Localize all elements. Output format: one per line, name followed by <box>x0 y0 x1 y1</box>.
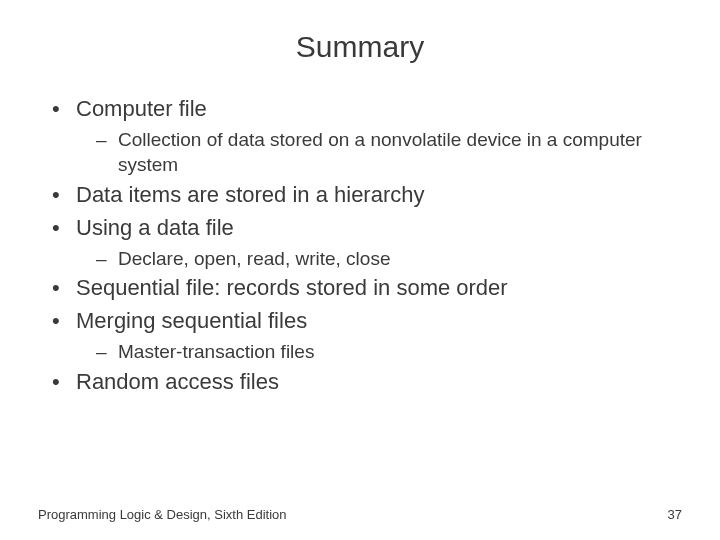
bullet-text: Sequential file: records stored in some … <box>76 275 508 300</box>
sub-list: Collection of data stored on a nonvolati… <box>76 127 682 178</box>
list-item: Data items are stored in a hierarchy <box>52 180 682 211</box>
bullet-text: Computer file <box>76 96 207 121</box>
bullet-text: Merging sequential files <box>76 308 307 333</box>
list-item: Using a data file Declare, open, read, w… <box>52 213 682 271</box>
list-item: Merging sequential files Master-transact… <box>52 306 682 364</box>
list-item: Random access files <box>52 367 682 398</box>
footer: Programming Logic & Design, Sixth Editio… <box>38 507 682 522</box>
list-item: Computer file Collection of data stored … <box>52 94 682 178</box>
page-number: 37 <box>668 507 682 522</box>
list-item: Master-transaction files <box>96 339 682 365</box>
bullet-text: Master-transaction files <box>118 341 314 362</box>
slide: Summary Computer file Collection of data… <box>0 0 720 540</box>
list-item: Collection of data stored on a nonvolati… <box>96 127 682 178</box>
slide-title: Summary <box>38 30 682 64</box>
list-item: Sequential file: records stored in some … <box>52 273 682 304</box>
list-item: Declare, open, read, write, close <box>96 246 682 272</box>
footer-left: Programming Logic & Design, Sixth Editio… <box>38 507 287 522</box>
bullet-text: Random access files <box>76 369 279 394</box>
bullet-text: Data items are stored in a hierarchy <box>76 182 425 207</box>
sub-list: Master-transaction files <box>76 339 682 365</box>
bullet-text: Collection of data stored on a nonvolati… <box>118 129 642 176</box>
bullet-text: Declare, open, read, write, close <box>118 248 390 269</box>
bullet-text: Using a data file <box>76 215 234 240</box>
sub-list: Declare, open, read, write, close <box>76 246 682 272</box>
bullet-list: Computer file Collection of data stored … <box>38 94 682 397</box>
